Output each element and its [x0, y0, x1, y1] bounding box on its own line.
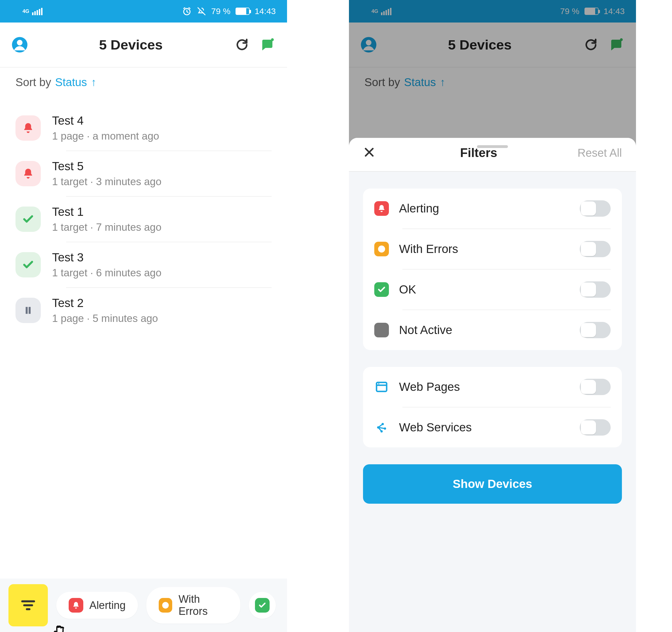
device-list: Test 4 1 page · a moment ago Test 5 1 ta… [0, 100, 287, 333]
close-icon [363, 146, 376, 159]
status-badge-alert [16, 115, 41, 141]
device-name: Test 1 [52, 205, 271, 219]
refresh-icon [235, 38, 249, 52]
filter-label: With Errors [399, 242, 570, 256]
clock: 14:43 [255, 6, 276, 16]
profile-icon [11, 36, 28, 53]
device-name: Test 2 [52, 296, 271, 310]
filter-card-type: Web Pages Web Services [363, 367, 622, 447]
filter-button[interactable] [8, 584, 48, 626]
device-name: Test 3 [52, 251, 271, 264]
alarm-icon [182, 6, 192, 16]
check-icon [255, 598, 270, 613]
device-row[interactable]: Test 2 1 page · 5 minutes ago [16, 288, 271, 333]
square-icon [374, 323, 389, 337]
chip-errors[interactable]: With Errors [146, 587, 240, 624]
chip-label: Alerting [90, 599, 126, 611]
device-sub: 1 page · 5 minutes ago [52, 313, 271, 324]
chip-ok[interactable] [249, 592, 276, 619]
screen-filters-sheet: 4G 79 % 14:43 5 Devices Sort by Status ↑ [349, 0, 636, 632]
chip-label: With Errors [178, 593, 228, 617]
toggle[interactable] [580, 282, 611, 298]
toggle[interactable] [580, 379, 611, 395]
exclamation-icon [159, 598, 172, 613]
filter-row-notactive[interactable]: Not Active [374, 310, 611, 350]
filter-label: Alerting [399, 202, 570, 215]
device-row[interactable]: Test 1 1 target · 7 minutes ago [16, 197, 271, 242]
battery-icon [236, 7, 249, 15]
reset-all-button[interactable]: Reset All [577, 147, 622, 159]
mute-icon [197, 6, 206, 16]
status-badge-ok [16, 206, 41, 232]
webpage-icon [374, 380, 389, 394]
webservice-icon [374, 420, 389, 435]
hand-cursor-icon [49, 623, 65, 632]
toggle[interactable] [580, 241, 611, 257]
chip-alerting[interactable]: Alerting [56, 592, 138, 619]
signal-icon [32, 7, 43, 15]
screen-device-list: 4G 79 % 14:43 5 Devices Sort by Status ↑ [0, 0, 287, 632]
net-type: 4G [23, 9, 29, 14]
filter-label: OK [399, 283, 570, 296]
device-sub: 1 target · 7 minutes ago [52, 221, 271, 233]
chat-button[interactable] [259, 36, 276, 53]
filter-row-webservices[interactable]: Web Services [374, 408, 611, 447]
bell-icon [22, 168, 34, 179]
device-name: Test 5 [52, 160, 271, 173]
exclamation-icon [374, 242, 389, 256]
device-sub: 1 target · 3 minutes ago [52, 176, 271, 188]
check-icon [374, 282, 389, 297]
sort-value: Status [55, 76, 87, 89]
android-status-bar: 4G 79 % 14:43 [0, 0, 287, 23]
device-row[interactable]: Test 5 1 target · 3 minutes ago [16, 151, 271, 196]
toggle[interactable] [580, 419, 611, 436]
battery-percent: 79 % [211, 6, 231, 16]
page-title: 5 Devices [28, 37, 234, 53]
filter-icon [20, 598, 36, 613]
pause-icon [22, 305, 34, 316]
sheet-header: Filters Reset All [349, 138, 636, 172]
filter-label: Web Services [399, 421, 570, 434]
status-badge-alert [16, 161, 41, 186]
filter-row-errors[interactable]: With Errors [374, 229, 611, 269]
show-card: Show Devices [363, 464, 622, 504]
refresh-button[interactable] [234, 36, 250, 53]
chat-icon [260, 37, 275, 52]
device-name: Test 4 [52, 114, 271, 127]
show-devices-button[interactable]: Show Devices [363, 464, 622, 504]
status-badge-pause [16, 298, 41, 323]
bell-icon [69, 598, 83, 613]
device-row[interactable]: Test 4 1 page · a moment ago [16, 105, 271, 150]
sort-arrow-up-icon: ↑ [91, 76, 96, 88]
toggle[interactable] [580, 200, 611, 217]
filter-row-ok[interactable]: OK [374, 270, 611, 310]
filter-label: Not Active [399, 323, 570, 337]
filters-sheet: Filters Reset All Alerting With Errors [349, 138, 636, 632]
bell-icon [22, 122, 34, 134]
filter-card-status: Alerting With Errors OK [363, 189, 622, 350]
filter-chip-bar: Alerting With Errors [0, 579, 287, 632]
sort-bar[interactable]: Sort by Status ↑ [0, 68, 287, 100]
device-row[interactable]: Test 3 1 target · 6 minutes ago [16, 242, 271, 287]
filter-row-webpages[interactable]: Web Pages [374, 367, 611, 407]
sort-label: Sort by [16, 76, 51, 89]
status-badge-ok [16, 252, 41, 277]
bell-icon [374, 201, 389, 216]
profile-button[interactable] [11, 36, 28, 53]
check-icon [22, 259, 34, 271]
device-sub: 1 target · 6 minutes ago [52, 267, 271, 279]
device-sub: 1 page · a moment ago [52, 130, 271, 142]
filter-row-alerting[interactable]: Alerting [374, 189, 611, 228]
app-header: 5 Devices [0, 23, 287, 68]
filter-label: Web Pages [399, 380, 570, 394]
close-button[interactable] [363, 146, 380, 160]
drag-handle[interactable] [477, 145, 508, 148]
toggle[interactable] [580, 322, 611, 338]
check-icon [22, 213, 34, 225]
